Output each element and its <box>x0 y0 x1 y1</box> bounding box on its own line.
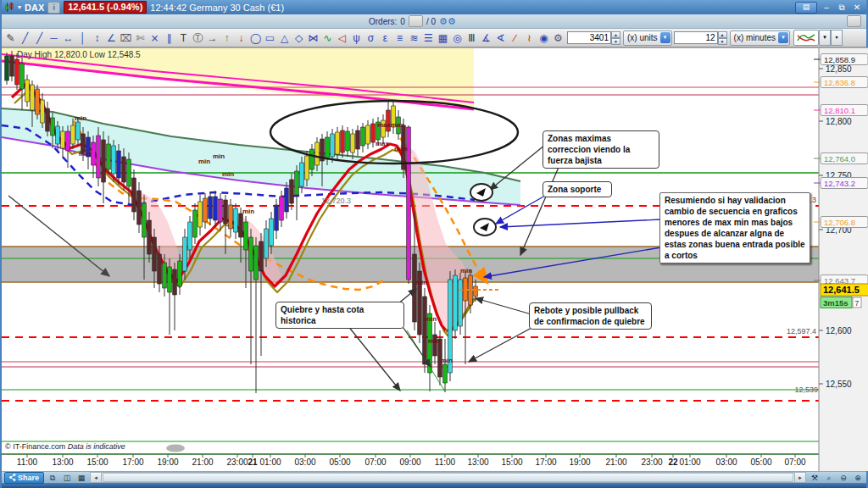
restore-button[interactable]: ⧉ <box>836 3 848 13</box>
zoom-fit-button[interactable]: ⌕ <box>823 473 835 483</box>
scroll-left-button[interactable]: ◂ <box>91 473 102 482</box>
annotation-resumiendo[interactable]: Resumiendo si hay validacion cambio de s… <box>659 192 810 263</box>
minmax-label: min <box>441 357 453 364</box>
toolbar-edge-button[interactable]: ▾ <box>831 30 843 46</box>
tool-trend-angle-icon[interactable]: ∢ <box>493 30 508 46</box>
tool-trash-icon[interactable]: ⌧ <box>119 30 133 46</box>
tool-ellipse-icon[interactable]: ◯ <box>248 30 263 46</box>
tool-rhombus-icon[interactable]: ◇ <box>292 30 306 46</box>
tool-gann-grid-icon[interactable]: ▦ <box>436 30 450 46</box>
indicator-value-label: 12,706.8 <box>824 218 855 227</box>
chevron-down-icon[interactable]: ▾ <box>18 3 21 11</box>
title-bar: ▾ DAX i 12,641.5 (-0.94%) 12:44:42 Germa… <box>2 0 866 14</box>
chart-type-button[interactable] <box>793 30 819 46</box>
tool-fib-fan-icon[interactable]: ≋ <box>407 30 421 46</box>
minimize-button[interactable]: – <box>821 3 832 12</box>
units-select[interactable]: (x) units ▼ <box>623 30 672 46</box>
tool-horizontal-segment-icon[interactable]: ─ <box>47 30 61 46</box>
time-instrument-label: 12:44:42 Germany 30 Cash (€1) <box>150 3 284 13</box>
tool-gann-fan-icon[interactable]: ∡ <box>479 30 493 46</box>
tool-triangle-icon[interactable]: △ <box>277 30 292 46</box>
countdown-badge: 7 <box>855 299 860 308</box>
minmax-label: max <box>376 140 390 147</box>
time-axis-label: 07:00 <box>364 458 386 467</box>
indicator-value-label: 12,743.2 <box>824 179 855 188</box>
time-axis-label: 21:00 <box>605 458 626 467</box>
close-button[interactable]: ✕ <box>851 3 863 12</box>
tool-line-icon[interactable]: ╱ <box>32 30 47 46</box>
chart-area[interactable]: minminminminminminmaxmaxmaxmaxminminminm… <box>2 47 868 471</box>
tool-pitchfork-icon[interactable]: ψ <box>349 30 364 46</box>
tool-rectangle-icon[interactable]: ▭ <box>263 30 277 46</box>
current-price-label: 12,641.5 <box>823 285 860 295</box>
tool-fib-retracement-icon[interactable]: ≡ <box>392 30 407 46</box>
tool-broadening-icon[interactable]: ◁ <box>335 30 349 46</box>
tool-spiral-icon[interactable]: ◎ <box>450 30 465 46</box>
tool-crossing-segments-icon[interactable]: ⨯ <box>147 30 162 46</box>
horizontal-scrollbar[interactable]: ◂ ▸ <box>90 472 806 483</box>
share-button[interactable]: Share <box>4 472 44 484</box>
tool-text-icon[interactable]: T <box>176 30 191 46</box>
trading-grid-icon[interactable]: ▦ <box>75 473 87 483</box>
period-stepper[interactable]: ▲▼ <box>718 31 727 45</box>
tool-forecast-icon[interactable]: ≀ <box>522 30 537 46</box>
tool-parallel-lines-icon[interactable]: ∥ <box>162 30 176 46</box>
minmax-label: min <box>415 279 427 286</box>
time-axis-label: 15:00 <box>86 458 108 467</box>
chart-settings-button[interactable]: ⚒ <box>809 473 821 483</box>
time-axis-label: 17:00 <box>535 458 556 467</box>
tool-fib-time-icon[interactable]: ☰ <box>421 30 436 46</box>
price-axis-label: 12,600 <box>826 326 852 336</box>
minmax-label: min <box>242 208 254 215</box>
tool-magnet-g-icon[interactable]: ◉ <box>537 30 551 46</box>
tool-arrow-up-icon[interactable]: ↑ <box>220 30 234 46</box>
tool-vertical-segment-icon[interactable]: │ <box>75 30 90 46</box>
new-order-icon[interactable]: ◫ <box>61 473 73 483</box>
tool-angle-icon[interactable]: ∠ <box>104 30 119 46</box>
tool-channel-icon[interactable]: ∿ <box>320 30 335 46</box>
tool-callout-icon[interactable]: Ⓣ <box>191 30 205 46</box>
tool-regression-icon[interactable]: ∕ <box>508 30 522 46</box>
symbol-label[interactable]: DAX <box>25 3 44 13</box>
tool-vertical-line-icon[interactable]: ↕ <box>90 30 104 46</box>
tool-arrow-right-icon[interactable]: → <box>205 30 220 46</box>
info-button[interactable]: i <box>47 2 60 14</box>
orders-settings-icon[interactable]: ⚙⚙ <box>439 16 456 27</box>
minmax-label: min <box>198 158 210 165</box>
timeframe-select[interactable]: (x) minutes ▼ <box>730 30 790 46</box>
annotation-rebote[interactable]: Rebote y posible pullback de confirmacio… <box>529 302 652 330</box>
units-stepper[interactable]: ▲▼ <box>611 31 620 45</box>
keyboard-button[interactable]: ▤ <box>795 2 817 14</box>
orders-count: 0 <box>400 17 405 26</box>
tool-eraser-icon[interactable]: ✄ <box>133 30 147 46</box>
chart-type-dropdown[interactable]: ▼ <box>819 30 831 46</box>
link-charts-icon[interactable]: ⧉ <box>47 473 58 483</box>
tool-segment-icon[interactable]: ╱ <box>18 30 32 46</box>
bottom-toolbar: Share ⧉ ◫ ▦ ◂ ▸ ⚒ ⌕ ⊖ ⊕ <box>2 471 866 483</box>
tool-cycle-lines-icon[interactable]: Ⅲ <box>465 30 479 46</box>
tool-bowtie-icon[interactable]: ⋈ <box>306 30 320 46</box>
tool-extended-line-icon[interactable]: ↔ <box>61 30 75 46</box>
inchart-price-label: 12,720.3 <box>321 197 351 205</box>
period-input[interactable] <box>674 31 718 44</box>
tool-settings-g-icon[interactable]: ⚙ <box>551 30 565 46</box>
tool-sigma-lines-icon[interactable]: σ <box>364 30 378 46</box>
orders-slash-count: / 0 <box>426 17 436 26</box>
annotation-quiebre[interactable]: Quiebre y hasta cota historica <box>275 302 404 329</box>
units-input[interactable] <box>567 31 611 44</box>
orders-expand-button[interactable] <box>847 15 861 27</box>
zoom-out-button[interactable]: ⊖ <box>837 473 849 483</box>
copyright-label: © IT-Finance.com Data is indicative <box>5 442 125 451</box>
orders-list-button[interactable] <box>409 15 423 27</box>
time-axis-label: 11:00 <box>435 458 456 467</box>
candlestick-logo-icon <box>5 3 14 12</box>
drawing-toolbar: ✎╱╱─↔│↕∠⌧✄⨯∥TⓉ→↑↓◯▭△◇⋈∿◁ψσε≡≋☰▦◎Ⅲ∡∢∕≀◉⚙ … <box>2 29 866 47</box>
annotation-soporte[interactable]: Zona soporte <box>542 181 612 197</box>
tool-arrow-down-icon[interactable]: ↓ <box>234 30 248 46</box>
scrollbar-thumb[interactable] <box>103 473 793 482</box>
zoom-in-button[interactable]: ⊕ <box>852 473 864 483</box>
annotation-zonas[interactable]: Zonas maximas correccion viendo la fuerz… <box>542 130 659 169</box>
tool-pencil-icon[interactable]: ✎ <box>3 30 18 46</box>
tool-epsilon-lines-icon[interactable]: ε <box>378 30 392 46</box>
scroll-right-button[interactable]: ▸ <box>794 473 805 482</box>
